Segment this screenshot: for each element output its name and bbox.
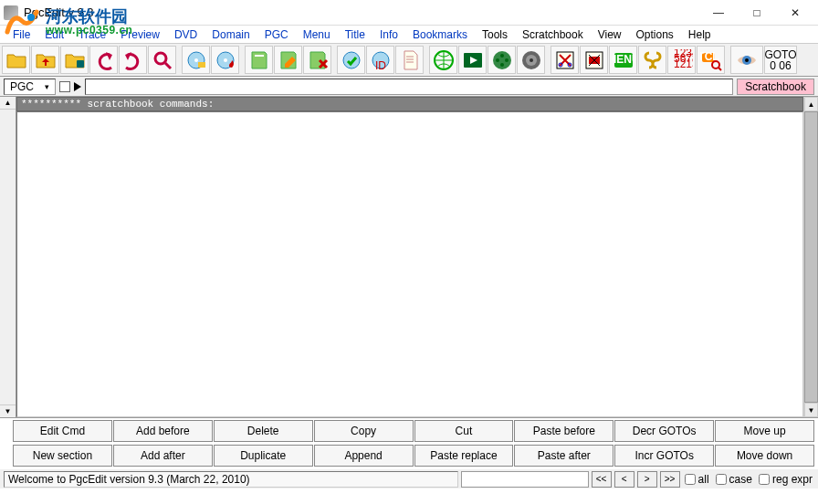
- delete-button[interactable]: Delete: [214, 420, 313, 442]
- menu-tools[interactable]: Tools: [475, 26, 515, 43]
- menu-view[interactable]: View: [591, 26, 629, 43]
- import-folder-button[interactable]: [31, 46, 59, 74]
- nav-next[interactable]: >: [637, 471, 657, 488]
- paste-replace-button[interactable]: Paste replace: [414, 445, 514, 467]
- menu-menu[interactable]: Menu: [296, 26, 338, 43]
- nav-column: ▲ ▼: [0, 97, 16, 417]
- paste-before-button[interactable]: Paste before: [514, 420, 614, 442]
- play-icon[interactable]: [74, 82, 81, 91]
- commands-header: ********** scratchbook commands:: [16, 97, 803, 111]
- nav-up[interactable]: ▲: [0, 97, 16, 110]
- paste-after-button[interactable]: Paste after: [514, 445, 614, 467]
- svg-point-2: [155, 53, 166, 64]
- minimize-button[interactable]: —: [699, 2, 738, 24]
- eye-button[interactable]: [730, 46, 763, 74]
- menu-file[interactable]: File: [5, 26, 37, 43]
- menubar: FileEditTracePreviewDVDDomainPGCMenuTitl…: [0, 26, 818, 44]
- find-button[interactable]: [148, 46, 176, 74]
- window-title: PgcEdit v 9.3: [24, 5, 699, 19]
- commands-body[interactable]: [16, 111, 803, 417]
- svg-point-15: [500, 63, 504, 67]
- disc-open-button[interactable]: [182, 46, 210, 74]
- disc-id-button[interactable]: ID: [366, 46, 394, 74]
- command-buttons-row2: New sectionAdd afterDuplicateAppendPaste…: [0, 443, 818, 467]
- book-delete-button[interactable]: [303, 46, 331, 74]
- book-edit-button[interactable]: [274, 46, 302, 74]
- regex-checkbox[interactable]: reg expr: [757, 473, 814, 486]
- close-button[interactable]: ✕: [776, 2, 814, 24]
- maximize-button[interactable]: □: [738, 2, 776, 24]
- scrollbar[interactable]: ▲ ▼: [803, 97, 818, 417]
- main-area: ▲ ▼ ********** scratchbook commands: ▲ ▼: [0, 97, 818, 418]
- new-section-button[interactable]: New section: [13, 445, 112, 467]
- menu-title[interactable]: Title: [338, 26, 372, 43]
- nav-prev[interactable]: <: [614, 471, 634, 488]
- scratchbook-tab[interactable]: Scratchbook: [737, 79, 814, 95]
- svg-text:MENU: MENU: [613, 53, 634, 66]
- menu-help[interactable]: Help: [681, 26, 718, 43]
- gear-button[interactable]: [517, 46, 545, 74]
- command-buttons-row1: Edit CmdAdd beforeDeleteCopyCutPaste bef…: [0, 418, 818, 443]
- menu-preview[interactable]: Preview: [113, 26, 167, 43]
- menu-options[interactable]: Options: [629, 26, 681, 43]
- svg-rect-1: [77, 60, 84, 68]
- nav-down[interactable]: ▼: [0, 404, 16, 417]
- copy-button[interactable]: Copy: [314, 420, 414, 442]
- film-button[interactable]: [488, 46, 516, 74]
- menu-pgc[interactable]: PGC: [257, 26, 296, 43]
- append-button[interactable]: Append: [314, 445, 414, 467]
- app-icon: [4, 5, 18, 20]
- menu-bookmarks[interactable]: Bookmarks: [405, 26, 475, 43]
- undo-button[interactable]: [89, 46, 118, 74]
- link-button[interactable]: [638, 46, 666, 74]
- svg-point-34: [745, 58, 749, 62]
- nav-first[interactable]: <<: [592, 471, 612, 488]
- subbar: PGC ▾ Scratchbook: [0, 77, 818, 97]
- incr-gotos-button[interactable]: Incr GOTOs: [614, 445, 714, 467]
- save-folder-button[interactable]: [60, 46, 89, 74]
- page-button[interactable]: [395, 46, 424, 74]
- numbers-button[interactable]: 123456781213: [667, 46, 696, 74]
- case-checkbox[interactable]: case: [714, 473, 754, 486]
- menu-dvd[interactable]: DVD: [167, 26, 204, 43]
- edit-cmd-button[interactable]: Edit Cmd: [13, 420, 112, 442]
- menu-domain[interactable]: Domain: [204, 26, 257, 43]
- move-down-button[interactable]: Move down: [715, 445, 814, 467]
- statusbar: Welcome to PgcEdit version 9.3 (March 22…: [0, 468, 818, 488]
- subbar-input[interactable]: [85, 79, 733, 95]
- pgc-selector[interactable]: PGC ▾: [4, 79, 56, 95]
- cut-menu-button[interactable]: [580, 46, 608, 74]
- add-before-button[interactable]: Add before: [113, 420, 213, 442]
- menu-green-button[interactable]: MENU: [609, 46, 637, 74]
- cut-button[interactable]: Cut: [414, 420, 514, 442]
- disc-check-button[interactable]: [337, 46, 365, 74]
- svg-text:ID: ID: [375, 59, 386, 71]
- redo-button[interactable]: [119, 46, 147, 74]
- decr-gotos-button[interactable]: Decr GOTOs: [614, 420, 714, 442]
- all-checkbox[interactable]: all: [683, 473, 711, 486]
- search-input[interactable]: [461, 471, 589, 488]
- toolbar: IDMENU123456781213TCLGOTO0 06: [0, 44, 818, 77]
- duplicate-button[interactable]: Duplicate: [214, 445, 313, 467]
- status-message: Welcome to PgcEdit version 9.3 (March 22…: [4, 471, 458, 488]
- open-folder-button[interactable]: [2, 46, 30, 74]
- menu-info[interactable]: Info: [372, 26, 405, 43]
- menu-scratchbook[interactable]: Scratchbook: [515, 26, 591, 43]
- checkbox[interactable]: [59, 81, 70, 92]
- goto-button[interactable]: GOTO0 06: [764, 46, 797, 74]
- menu-trace[interactable]: Trace: [71, 26, 113, 43]
- svg-point-6: [224, 58, 227, 62]
- scissors-button[interactable]: [551, 46, 579, 74]
- svg-point-7: [343, 52, 360, 68]
- nav-last[interactable]: >>: [660, 471, 680, 488]
- globe-button[interactable]: [429, 46, 457, 74]
- svg-point-16: [496, 58, 499, 62]
- disc-burn-button[interactable]: [211, 46, 239, 74]
- tcl-zoom-button[interactable]: TCL: [697, 46, 725, 74]
- svg-point-19: [530, 58, 533, 62]
- menu-edit[interactable]: Edit: [37, 26, 71, 43]
- book-green-button[interactable]: [245, 46, 273, 74]
- add-after-button[interactable]: Add after: [113, 445, 213, 467]
- play-tv-button[interactable]: [458, 46, 487, 74]
- move-up-button[interactable]: Move up: [715, 420, 814, 442]
